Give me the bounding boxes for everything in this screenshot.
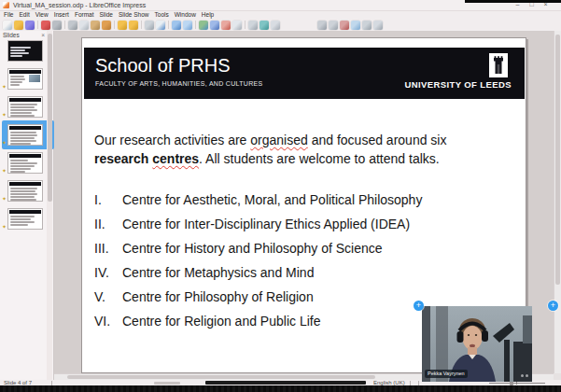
window-title: Virtual_MA_session.odp - LibreOffice Imp…	[13, 2, 146, 9]
toolbar-separator	[64, 21, 65, 29]
insert-table-icon[interactable]	[210, 21, 219, 30]
desktop-edge-strip	[465, 0, 561, 3]
find-replace-icon[interactable]	[145, 21, 154, 30]
menu-slide[interactable]: Slide	[97, 10, 116, 19]
menu-file[interactable]: File	[1, 10, 16, 19]
webcam-overlay[interactable]: Pekka Vayrynen	[422, 306, 532, 382]
menu-bar: FileEditViewInsertFormatSlideSlide ShowT…	[1, 10, 561, 19]
menu-help[interactable]: Help	[199, 10, 217, 19]
open-icon[interactable]	[14, 21, 23, 30]
snap-guides-icon[interactable]	[183, 21, 192, 30]
list-numeral: I.	[94, 188, 122, 212]
zoom-icon[interactable]	[329, 21, 338, 30]
list-numeral: V.	[94, 285, 122, 309]
new-slide-icon[interactable]	[351, 21, 360, 30]
panel-scrollbar-thumb[interactable]	[48, 34, 52, 202]
expand-toolbar-icon[interactable]	[373, 21, 383, 30]
list-text: Centre for Inter-Disciplinary Ethics App…	[122, 212, 410, 236]
slide-transition-star-icon[interactable]: ✦	[2, 84, 7, 90]
panel-scrollbar[interactable]	[47, 31, 52, 380]
slide-header-banner[interactable]: School of PRHS FACULTY OF ARTS, HUMANITI…	[84, 48, 525, 99]
slide-thumbnail-1[interactable]	[7, 40, 43, 62]
list-text: Centre for Metaphysics and Mind	[122, 260, 314, 285]
slide-thumbnail-preview	[7, 124, 43, 146]
webcam-corner-icons	[521, 374, 528, 377]
slide-thumbnail-2[interactable]	[7, 68, 43, 90]
slide-thumbnail-preview	[7, 40, 43, 62]
overlay-handle-button[interactable]: +	[548, 301, 558, 311]
menu-slide-show[interactable]: Slide Show	[116, 10, 152, 19]
menu-insert[interactable]: Insert	[51, 10, 72, 19]
special-character-icon[interactable]	[271, 21, 280, 30]
slide-thumbnail-preview	[7, 96, 43, 118]
main-toolbar	[2, 19, 560, 32]
hyperlink-icon[interactable]	[259, 21, 269, 30]
slide-thumbnail-5[interactable]	[7, 152, 43, 174]
redo-icon[interactable]	[129, 21, 138, 30]
slide-transition-star-icon[interactable]: ✦	[2, 140, 7, 146]
display-views-icon[interactable]	[317, 21, 327, 30]
slide-thumbnail-preview	[7, 208, 43, 230]
print-icon[interactable]	[52, 21, 62, 30]
clone-formatting-icon[interactable]	[102, 21, 111, 30]
export-pdf-icon[interactable]	[41, 21, 50, 30]
slide-thumbnail-7[interactable]	[7, 208, 43, 230]
undo-icon[interactable]	[118, 21, 127, 30]
horizontal-scrollbar-thumb[interactable]	[67, 375, 375, 379]
menu-tools[interactable]: Tools	[152, 10, 172, 19]
menu-edit[interactable]: Edit	[16, 10, 32, 19]
list-text: Centre for Aesthetic, Moral, and Politic…	[122, 188, 422, 212]
intro-bold-text: research	[94, 151, 152, 166]
slides-panel: Slides × ✦✦✦✦✦✦	[0, 31, 54, 380]
vertical-scrollbar-thumb[interactable]	[555, 35, 560, 285]
research-centre-item: II.Centre for Inter-Disciplinary Ethics …	[94, 212, 520, 236]
insert-textbox-icon[interactable]	[232, 21, 242, 30]
scrollbar-corner	[554, 373, 561, 380]
taskbar[interactable]	[0, 385, 561, 392]
intro-part1: Our research activities are	[94, 133, 250, 147]
toolbar-separator	[141, 21, 142, 29]
slide-thumbnail-preview	[7, 68, 43, 90]
faculty-subtitle: FACULTY OF ARTS, HUMANITIES, AND CULTURE…	[95, 80, 262, 87]
slide-transition-star-icon[interactable]: ✦	[2, 224, 7, 230]
new-document-icon[interactable]	[3, 21, 12, 30]
impress-window: Virtual_MA_session.odp - LibreOffice Imp…	[0, 0, 561, 392]
list-numeral: IV.	[94, 260, 122, 285]
spelling-icon[interactable]	[156, 21, 165, 30]
status-separator	[418, 381, 419, 385]
slide-thumbnail-3[interactable]	[7, 96, 43, 118]
panel-close-icon[interactable]: ×	[41, 31, 45, 39]
overlay-add-button[interactable]: +	[414, 301, 424, 311]
intro-bold-misspelled: centres	[152, 151, 199, 166]
insert-chart-icon[interactable]	[221, 21, 231, 30]
slide-thumbnail-preview	[7, 152, 43, 174]
save-icon[interactable]	[25, 21, 35, 30]
thumbnail-image-block	[29, 75, 40, 82]
menu-window[interactable]: Window	[172, 10, 199, 19]
slide-thumbnail-6[interactable]	[7, 180, 43, 202]
copy-icon[interactable]	[79, 21, 89, 30]
menu-format[interactable]: Format	[72, 10, 97, 19]
slides-panel-title: Slides	[3, 31, 20, 39]
slide-intro-text[interactable]: Our research activities are organised an…	[94, 131, 520, 168]
duplicate-slide-icon[interactable]	[362, 21, 372, 30]
leeds-logo-icon	[489, 53, 508, 77]
slide-transition-star-icon[interactable]: ✦	[2, 168, 7, 174]
toolbar-separator	[245, 21, 245, 29]
menu-view[interactable]: View	[33, 10, 51, 19]
cut-icon[interactable]	[68, 21, 77, 30]
paste-icon[interactable]	[91, 21, 100, 30]
list-text: Centre for Philosophy of Religion	[122, 285, 314, 309]
research-centre-item: I.Centre for Aesthetic, Moral, and Polit…	[94, 188, 520, 212]
intro-part3: . All students are welcome to attend tal…	[199, 151, 440, 166]
display-grid-icon[interactable]	[172, 21, 181, 30]
header-footer-icon[interactable]	[248, 21, 258, 30]
slide-transition-star-icon[interactable]: ✦	[2, 112, 7, 118]
status-separator	[51, 381, 52, 385]
status-separator	[410, 381, 411, 385]
vertical-scrollbar[interactable]	[554, 31, 561, 373]
slide-transition-star-icon[interactable]: ✦	[2, 196, 7, 202]
start-slideshow-icon[interactable]	[340, 21, 349, 30]
insert-image-icon[interactable]	[199, 21, 208, 30]
list-numeral: III.	[94, 236, 122, 260]
